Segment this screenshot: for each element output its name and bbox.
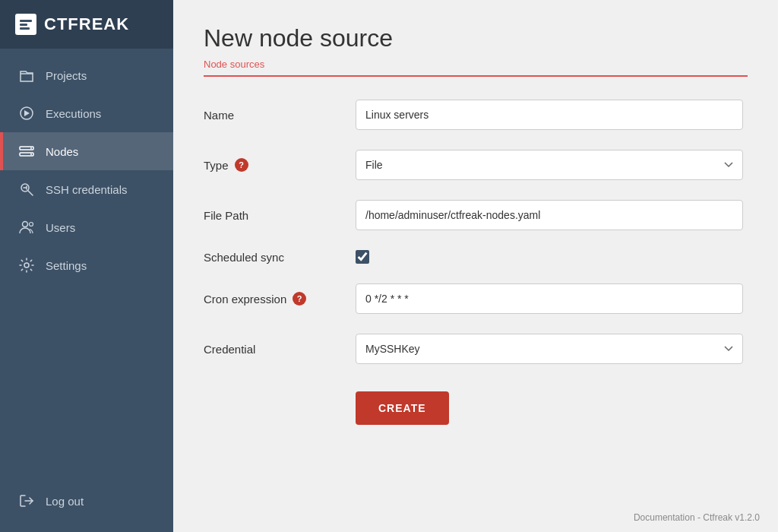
form-container: Name Type ? File URL Script File Path Sc… [173, 100, 778, 475]
svg-point-9 [23, 222, 28, 227]
sidebar-label-ssh: SSH credentials [46, 183, 128, 196]
app-logo: CTFREAK [0, 0, 173, 49]
cron-help-icon[interactable]: ? [293, 292, 306, 306]
type-help-icon[interactable]: ? [235, 158, 248, 172]
page-title: New node source [204, 24, 748, 52]
projects-icon [18, 67, 35, 84]
sidebar: CTFREAK Projects Executions [0, 0, 173, 532]
filepath-label: File Path [204, 209, 356, 222]
settings-icon [18, 257, 35, 274]
name-input[interactable] [356, 100, 743, 130]
credential-label: Credential [204, 343, 356, 356]
sidebar-label-settings: Settings [46, 259, 87, 272]
form-row-cron: Cron expression ? [204, 283, 748, 314]
sidebar-item-nodes[interactable]: Nodes [0, 132, 173, 170]
logout-icon [18, 492, 35, 509]
credential-select[interactable]: MySSHKey None [356, 334, 743, 364]
type-select[interactable]: File URL Script [356, 150, 743, 180]
sidebar-item-users[interactable]: Users [0, 208, 173, 246]
svg-rect-2 [20, 27, 30, 30]
sidebar-footer: Log out [0, 482, 173, 532]
executions-icon [18, 105, 35, 122]
type-label: Type ? [204, 158, 356, 172]
sidebar-label-logout: Log out [46, 495, 84, 508]
sidebar-label-projects: Projects [46, 69, 87, 82]
sidebar-item-executions[interactable]: Executions [0, 94, 173, 132]
scheduled-sync-wrapper [356, 250, 369, 264]
footer-text: Documentation - Ctfreak v1.2.0 [173, 503, 778, 532]
nodes-icon [18, 143, 35, 160]
name-label: Name [204, 109, 356, 122]
form-row-scheduled-sync: Scheduled sync [204, 250, 748, 264]
create-button[interactable]: CREATE [356, 391, 449, 425]
form-row-submit: CREATE [204, 384, 748, 425]
breadcrumb-link[interactable]: Node sources [204, 59, 264, 70]
form-row-type: Type ? File URL Script [204, 150, 748, 180]
sidebar-item-ssh-credentials[interactable]: SSH credentials [0, 170, 173, 208]
sidebar-item-settings[interactable]: Settings [0, 246, 173, 284]
ssh-icon [18, 181, 35, 198]
users-icon [18, 219, 35, 236]
svg-point-7 [30, 154, 32, 155]
cron-label: Cron expression ? [204, 292, 356, 306]
logo-text: CTFREAK [44, 14, 129, 34]
svg-point-6 [30, 147, 32, 149]
sidebar-label-users: Users [46, 221, 75, 234]
svg-rect-1 [20, 24, 27, 26]
form-row-name: Name [204, 100, 748, 130]
svg-point-10 [30, 223, 33, 226]
sidebar-item-projects[interactable]: Projects [0, 56, 173, 94]
sidebar-label-nodes: Nodes [46, 145, 78, 158]
scheduled-sync-checkbox[interactable] [356, 250, 369, 264]
form-row-filepath: File Path [204, 200, 748, 230]
sidebar-label-executions: Executions [46, 107, 101, 120]
logo-icon [15, 14, 36, 35]
breadcrumb-nav: Node sources [204, 57, 748, 77]
scheduled-sync-label: Scheduled sync [204, 251, 356, 264]
form-row-credential: Credential MySSHKey None [204, 334, 748, 364]
svg-rect-0 [20, 20, 32, 22]
filepath-input[interactable] [356, 200, 743, 230]
sidebar-nav: Projects Executions Nodes [0, 49, 173, 482]
page-header: New node source Node sources [173, 0, 778, 100]
main-content: New node source Node sources Name Type ?… [173, 0, 778, 532]
cron-input[interactable] [356, 283, 743, 314]
svg-point-11 [24, 263, 29, 268]
sidebar-item-logout[interactable]: Log out [0, 482, 173, 520]
